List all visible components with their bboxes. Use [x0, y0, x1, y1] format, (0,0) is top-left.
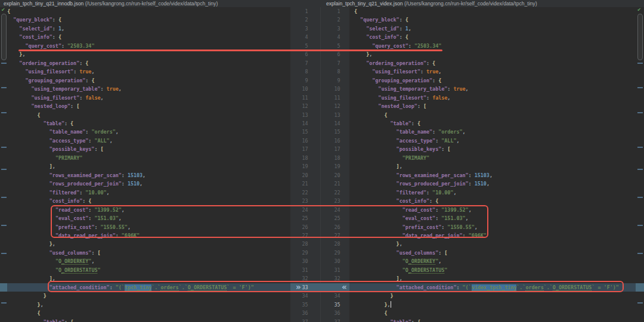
diff-changed-stripe-right: [636, 283, 644, 292]
left-line-number: 10: [295, 85, 308, 93]
right-code-line: "rows_produced_per_join": 1510,: [354, 179, 490, 188]
right-line-number: 3: [327, 24, 340, 33]
left-line-number: 4: [295, 33, 308, 41]
left-code-line: "table_name": "orders",: [7, 128, 119, 136]
annotation-box: [51, 205, 488, 238]
left-line-number: 21: [295, 179, 308, 188]
left-code-line: "possible_keys": [: [7, 145, 103, 153]
right-line-number: 22: [327, 188, 340, 197]
left-scrollbar-diff-mark: [1, 87, 7, 88]
left-code-line: "ordering_operation": {: [7, 59, 88, 67]
right-code-line: "using_filesort": false,: [354, 94, 450, 102]
left-line-number: 17: [295, 145, 308, 153]
right-line-number: 34: [327, 292, 340, 300]
left-scrollbar-diff-mark: [1, 147, 7, 148]
left-line-number: 13: [295, 111, 308, 119]
left-code-line: }: [7, 292, 47, 300]
left-scrollbar-diff-mark: [1, 197, 7, 198]
left-line-number: 3: [295, 24, 308, 33]
left-code-line: "using_temporary_table": true,: [7, 85, 122, 93]
right-scrollbar-diff-mark: [637, 87, 643, 88]
left-code-line: },: [7, 50, 25, 58]
right-code-line: "O_ORDERKEY",: [354, 257, 441, 265]
right-scrollbar-diff-mark: [637, 112, 643, 113]
right-line-number: 29: [327, 249, 340, 257]
right-code-line: },: [354, 301, 391, 309]
right-line-number: 23: [327, 197, 340, 205]
right-code-line: "ordering_operation": {: [354, 59, 435, 67]
right-code-line: "using_temporary_table": true,: [354, 85, 469, 93]
left-code-line: "nested_loop": [: [7, 102, 79, 110]
left-code-line: "using_filesort": true,: [7, 67, 94, 76]
left-code-line: "table": {: [7, 318, 73, 322]
left-line-number: 28: [295, 240, 308, 248]
left-code-line: {: [7, 111, 40, 119]
right-code-line: "PRIMARY": [354, 154, 429, 162]
right-code-line: {: [354, 7, 357, 16]
right-code-line: },: [354, 240, 402, 248]
right-line-number: 9: [327, 76, 340, 85]
diff-viewer-window: explain_tpch_tiny_q21_innodb.json (/User…: [0, 0, 644, 322]
left-line-number: 16: [295, 137, 308, 145]
left-code-line: "select_id": 1,: [7, 24, 64, 33]
left-line-number: 19: [295, 162, 308, 171]
left-line-number: 18: [295, 154, 308, 162]
left-line-number: 29: [295, 249, 308, 257]
left-scrollbar-thumb[interactable]: [1, 14, 7, 60]
left-code-line: {: [7, 7, 10, 16]
left-scrollbar-diff-mark: [1, 225, 7, 226]
left-line-number: 12: [295, 102, 308, 110]
right-line-number: 4: [327, 33, 340, 41]
right-code-line: "table_name": "orders",: [354, 128, 466, 136]
right-line-number: 37: [327, 318, 340, 322]
right-scrollbar-diff-mark: [637, 253, 643, 254]
left-code-line: "rows_examined_per_scan": 15103,: [7, 171, 145, 179]
left-inspection-status-icon[interactable]: ✔: [1, 8, 5, 13]
right-line-number: 28: [327, 240, 340, 248]
left-code-line: {: [7, 309, 40, 317]
annotation-underline: [18, 49, 442, 51]
text-caret: [391, 301, 391, 308]
left-code-line: "grouping_operation": {: [7, 76, 94, 85]
right-line-number: 6: [327, 50, 340, 58]
left-scrollbar-diff-mark: [1, 302, 7, 304]
left-code-line: "cost_info": {: [7, 197, 91, 205]
right-code-line: "O_ORDERSTATUS": [354, 266, 447, 274]
diff-splitter[interactable]: [320, 7, 321, 322]
right-code-line: "access_type": "ALL",: [354, 137, 460, 145]
left-code-line: "cost_info": {: [7, 33, 61, 41]
right-line-number: 7: [327, 59, 340, 67]
right-line-number: 11: [327, 94, 340, 102]
left-code-line: "using_filesort": false,: [7, 94, 103, 102]
left-line-number: 1: [295, 7, 308, 16]
right-line-number: 2: [327, 16, 340, 24]
right-scrollbar-diff-mark: [637, 302, 643, 304]
diff-editor-area: { "query_block": { "select_id": 1, "cost…: [0, 0, 644, 322]
right-code-line: {: [354, 111, 387, 119]
left-line-number: 2: [295, 16, 308, 24]
right-code-line: },: [354, 50, 372, 58]
right-scrollbar-diff-mark: [637, 63, 643, 64]
left-code-line: ],: [7, 162, 55, 171]
left-scrollbar-diff-mark: [1, 169, 7, 170]
left-line-number: 14: [295, 119, 308, 128]
right-inspection-status-icon[interactable]: ✔: [637, 8, 642, 13]
left-line-number: 15: [295, 128, 308, 136]
right-line-number: 21: [327, 179, 340, 188]
right-code-line: "using_filesort": true,: [354, 67, 441, 76]
left-code-line: },: [7, 240, 55, 248]
right-line-number: 15: [327, 128, 340, 136]
left-line-number: 31: [295, 266, 308, 274]
right-scrollbar-diff-mark: [637, 225, 643, 226]
right-line-number: 8: [327, 67, 340, 76]
left-line-number: 7: [295, 59, 308, 67]
left-line-number: 35: [295, 301, 308, 309]
left-line-number: 8: [295, 67, 308, 76]
right-line-number: 35: [327, 301, 340, 309]
right-code-line: "table": {: [354, 318, 420, 322]
right-scrollbar-thumb[interactable]: [637, 14, 643, 60]
left-scrollbar-diff-mark: [1, 112, 7, 113]
left-line-number: 20: [295, 171, 308, 179]
left-scrollbar-diff-mark: [1, 253, 7, 254]
right-line-number: 16: [327, 137, 340, 145]
